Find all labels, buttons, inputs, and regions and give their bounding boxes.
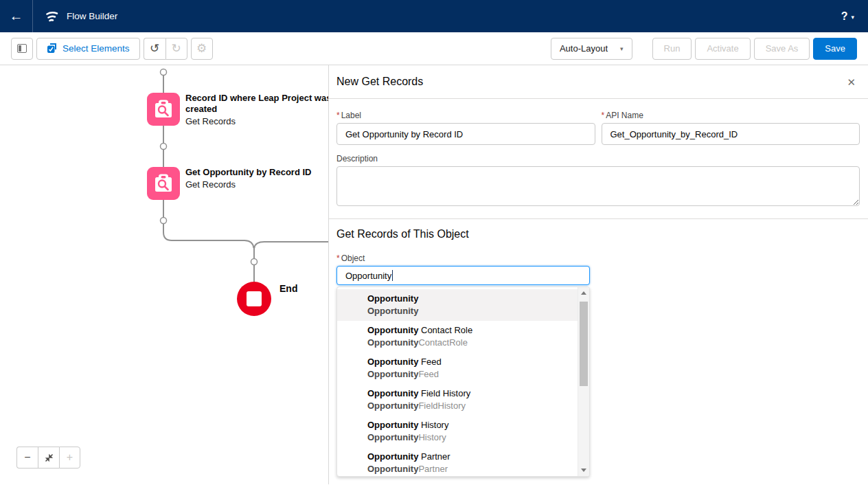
end-node-label: End — [279, 283, 297, 294]
help-menu[interactable]: ? ▾ — [841, 10, 854, 23]
option-opportunity-partner[interactable]: Opportunity Partner OpportunityPartner — [337, 447, 578, 477]
required-marker: * — [602, 111, 605, 120]
option-opportunity[interactable]: Opportunity Opportunity — [337, 289, 578, 321]
settings-button[interactable]: ⚙ — [191, 38, 213, 60]
undo-button[interactable]: ↺ — [144, 38, 165, 60]
section-divider — [329, 218, 868, 219]
get-records-icon[interactable] — [147, 167, 180, 200]
object-field-label: *Object — [336, 253, 590, 263]
scrollbar-thumb[interactable] — [580, 302, 588, 386]
api-name-field-label: *API Name — [602, 111, 860, 120]
scroll-up-icon[interactable] — [578, 287, 589, 299]
undo-icon: ↺ — [150, 43, 159, 54]
flow-node-get-records-2[interactable]: Get Opportunity by Record ID Get Records — [147, 167, 328, 200]
fit-to-view-icon — [45, 453, 54, 462]
label-field-label: *Label — [336, 111, 595, 120]
object-options-list: Opportunity Opportunity Opportunity Cont… — [337, 287, 578, 477]
property-editor-panel: New Get Records ✕ *Label *API Name Descr… — [328, 65, 868, 484]
chevron-down-icon: ▾ — [620, 45, 624, 52]
chevron-down-icon: ▾ — [851, 14, 854, 21]
option-opportunity-contact-role[interactable]: Opportunity Contact Role OpportunityCont… — [337, 321, 578, 352]
required-marker: * — [336, 253, 340, 263]
end-icon[interactable] — [237, 282, 271, 316]
gear-icon: ⚙ — [196, 43, 207, 54]
save-as-button[interactable]: Save As — [754, 38, 810, 60]
minus-icon: − — [24, 452, 30, 463]
help-icon: ? — [841, 10, 848, 23]
label-input[interactable] — [336, 123, 595, 145]
dropdown-scrollbar[interactable] — [578, 287, 589, 476]
api-name-input[interactable] — [602, 123, 860, 145]
layout-mode-select[interactable]: Auto-Layout ▾ — [551, 38, 632, 60]
redo-button[interactable]: ↻ — [165, 38, 187, 60]
option-opportunity-feed[interactable]: Opportunity Feed OpportunityFeed — [337, 352, 578, 384]
zoom-out-button[interactable]: − — [16, 447, 38, 469]
global-header: ← Flow Builder ? ▾ — [0, 0, 868, 32]
close-icon[interactable]: ✕ — [847, 77, 856, 87]
canvas-zoom-controls: − + — [16, 447, 80, 469]
select-elements-label: Select Elements — [62, 43, 130, 54]
flow-connectors — [0, 65, 328, 484]
run-button[interactable]: Run — [652, 38, 692, 60]
redo-icon: ↻ — [171, 43, 181, 54]
select-elements-button[interactable]: Select Elements — [36, 38, 140, 60]
node-type: Get Records — [185, 116, 328, 126]
text-cursor — [392, 270, 393, 281]
description-field-label: Description — [336, 154, 860, 163]
activate-button[interactable]: Activate — [695, 38, 750, 60]
node-title: Record ID where Leap Project was created — [185, 93, 328, 115]
flow-builder-logo-icon — [45, 10, 60, 23]
zoom-in-button[interactable]: + — [59, 447, 80, 469]
flow-node-end[interactable]: End — [237, 282, 297, 316]
section-title: Get Records of This Object — [336, 228, 860, 240]
scroll-down-icon[interactable] — [578, 464, 589, 476]
plus-icon: + — [67, 452, 73, 463]
back-button[interactable]: ← — [0, 0, 33, 32]
back-arrow-icon: ← — [10, 8, 23, 24]
fit-to-view-button[interactable] — [38, 447, 59, 469]
required-marker: * — [336, 111, 340, 120]
object-input-value: Opportunity — [345, 271, 391, 281]
flow-node-get-records-1[interactable]: Record ID where Leap Project was created… — [147, 93, 328, 126]
option-opportunity-history[interactable]: Opportunity History OpportunityHistory — [337, 416, 578, 447]
panel-header: New Get Records ✕ — [329, 65, 868, 99]
save-button[interactable]: Save — [813, 38, 857, 60]
option-opportunity-field-history[interactable]: Opportunity Field History OpportunityFie… — [337, 384, 578, 416]
node-type: Get Records — [185, 179, 328, 190]
object-options-dropdown: Opportunity Opportunity Opportunity Cont… — [336, 286, 590, 477]
flow-canvas[interactable]: Record ID where Leap Project was created… — [0, 65, 328, 484]
object-combobox-input[interactable]: Opportunity — [336, 266, 590, 285]
panel-toggle-icon — [17, 44, 27, 53]
app-title: Flow Builder — [67, 11, 117, 21]
panel-title: New Get Records — [336, 76, 423, 88]
toggle-left-panel-button[interactable] — [11, 38, 33, 60]
select-checkbox-icon — [47, 43, 57, 54]
layout-mode-value: Auto-Layout — [560, 43, 608, 54]
description-textarea[interactable] — [336, 166, 860, 206]
flow-toolbar: Select Elements ↺ ↻ ⚙ Auto-Layout ▾ Run … — [0, 32, 868, 65]
node-title: Get Opportunity by Record ID — [185, 167, 328, 178]
get-records-icon[interactable] — [147, 93, 180, 126]
